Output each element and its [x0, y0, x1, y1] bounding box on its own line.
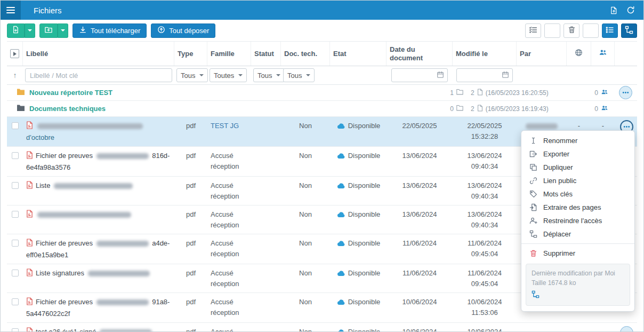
- view-list-button[interactable]: [602, 23, 618, 38]
- tree-location-icon[interactable]: [532, 290, 540, 298]
- new-file-button[interactable]: [7, 23, 25, 38]
- toggle-button-2[interactable]: [583, 23, 599, 38]
- doctech-filter-select[interactable]: Tous: [283, 68, 315, 82]
- people-icon[interactable]: [599, 49, 607, 59]
- cell-doc-tech: Non: [281, 293, 330, 322]
- menu-item-link[interactable]: Lien public: [521, 174, 634, 187]
- download-icon: [79, 26, 87, 35]
- menu-item-rename[interactable]: Renommer: [521, 134, 634, 147]
- menu-item-delete[interactable]: Supprimer: [521, 247, 634, 260]
- row-checkbox[interactable]: [12, 122, 19, 129]
- date-document-filter[interactable]: [391, 68, 448, 82]
- column-par[interactable]: Par: [517, 42, 567, 66]
- cloud-icon: [336, 297, 345, 309]
- file-name[interactable]: Fichier de preuves 816d-6e4fa98a3576: [26, 152, 170, 171]
- share-count-icon: [601, 89, 608, 97]
- row-menu-button[interactable]: [620, 326, 633, 332]
- file-name[interactable]: [36, 210, 133, 218]
- globe-icon[interactable]: [575, 49, 583, 59]
- column-doc-tech[interactable]: Doc. tech.: [281, 42, 330, 66]
- pdf-file-icon: [26, 327, 33, 332]
- column-statut[interactable]: Statut: [251, 42, 281, 66]
- folder-name[interactable]: Documents techniques: [29, 105, 106, 113]
- view-tree-button[interactable]: [621, 23, 637, 38]
- export-page-icon[interactable]: [610, 6, 618, 14]
- search-input[interactable]: [25, 68, 172, 82]
- redacted-text: [88, 271, 150, 276]
- cloud-icon: [336, 327, 345, 332]
- cloud-icon: [336, 180, 345, 192]
- column-modifie-le[interactable]: Modifié le: [453, 42, 517, 66]
- select-multiple-button[interactable]: [525, 23, 541, 38]
- subfolder-count-icon: [456, 89, 463, 97]
- file-name[interactable]: Liste signatures: [36, 269, 151, 277]
- row-checkbox[interactable]: [12, 328, 19, 332]
- cell-doc-tech: Non: [281, 205, 330, 234]
- menu-item-restrict[interactable]: Restreindre l'accès: [521, 214, 634, 227]
- calendar-icon: [502, 71, 509, 80]
- column-libelle[interactable]: Libellé: [23, 42, 174, 66]
- folder-plus-icon: [44, 26, 53, 35]
- expand-all-icon[interactable]: [10, 49, 19, 58]
- statut-filter-select[interactable]: Tous: [253, 68, 285, 82]
- modified-date-filter[interactable]: [456, 68, 513, 82]
- table-header-row: Libellé Type Famille Statut Doc. tech. E…: [7, 41, 637, 66]
- famille-filter-select[interactable]: Toutes: [210, 68, 247, 82]
- trash-icon: [568, 26, 576, 35]
- cell-modified: 11/06/2024 09:45:04: [453, 234, 517, 264]
- folder-row[interactable]: Nouveau répertoire TEST 1 2(16/05/2023 1…: [7, 85, 637, 101]
- cloud-icon: [336, 238, 345, 250]
- file-name[interactable]: d'octobre: [26, 122, 144, 141]
- menu-item-export[interactable]: Exporter: [521, 147, 634, 161]
- table-row[interactable]: test a26 évé1-signé pdf Accusé réception…: [7, 323, 637, 332]
- toggle-button-1[interactable]: [544, 23, 560, 38]
- file-name[interactable]: Fichier de preuves a4de-eff0e15a9be1: [26, 239, 170, 259]
- menu-footer: Dernière modification par Moi Taille 167…: [526, 264, 630, 306]
- row-checkbox[interactable]: [12, 152, 19, 159]
- cloud-icon: [336, 121, 345, 132]
- pdf-file-icon: [26, 268, 33, 280]
- row-checkbox[interactable]: [12, 298, 19, 305]
- folder-stats: 0 2(16/05/2023 16:19:43) 0: [440, 105, 614, 113]
- context-menu: Renommer Exporter Dupliquer Lien public …: [521, 130, 635, 312]
- new-file-dropdown[interactable]: [25, 23, 35, 38]
- type-filter-select[interactable]: Tous: [176, 68, 208, 82]
- row-checkbox[interactable]: [12, 211, 19, 218]
- row-checkbox[interactable]: [12, 240, 19, 247]
- hamburger-menu-icon[interactable]: [1, 1, 21, 20]
- file-name[interactable]: Fichier de preuves 91a8-5a4476022c2f: [26, 298, 170, 318]
- file-plus-icon: [12, 26, 20, 35]
- cell-date-document: 10/06/2024: [387, 323, 453, 332]
- column-etat[interactable]: Etat: [330, 42, 387, 66]
- new-folder-dropdown[interactable]: [58, 23, 68, 38]
- folder-menu-button[interactable]: [619, 86, 632, 99]
- file-name[interactable]: Liste: [36, 181, 134, 189]
- deposit-all-button[interactable]: Tout déposer: [151, 23, 215, 38]
- file-name[interactable]: test a26 évé1-signé: [36, 328, 154, 332]
- new-folder-button[interactable]: [39, 23, 58, 38]
- cell-type: pdf: [174, 293, 207, 322]
- cell-type: pdf: [174, 205, 207, 234]
- sort-asc-icon[interactable]: ↑: [9, 71, 21, 80]
- folder-name[interactable]: Nouveau répertoire TEST: [29, 89, 112, 97]
- row-checkbox[interactable]: [12, 182, 19, 189]
- column-type[interactable]: Type: [174, 42, 207, 66]
- cell-etat: Disponible: [330, 117, 387, 146]
- redacted-text: [37, 212, 131, 218]
- menu-item-tag[interactable]: Mots clés: [521, 187, 634, 201]
- download-all-button[interactable]: Tout télécharger: [73, 23, 147, 38]
- export-icon: [529, 150, 537, 158]
- row-checkbox[interactable]: [12, 270, 19, 276]
- delete-selection-button[interactable]: [564, 23, 579, 38]
- column-famille[interactable]: Famille: [207, 42, 251, 66]
- menu-item-extract[interactable]: Extraire des pages: [521, 201, 634, 214]
- move-icon: [529, 230, 537, 238]
- cell-famille: Accusé réception: [207, 234, 251, 264]
- folder-row[interactable]: Documents techniques 0 2(16/05/2023 16:1…: [7, 101, 637, 117]
- refresh-icon[interactable]: [626, 6, 635, 14]
- cell-date-document: 11/06/2024: [387, 264, 453, 293]
- redacted-text: [526, 123, 558, 129]
- menu-item-move[interactable]: Déplacer: [521, 227, 634, 241]
- menu-item-duplicate[interactable]: Dupliquer: [521, 161, 634, 174]
- column-date-document[interactable]: Date du document: [387, 42, 453, 66]
